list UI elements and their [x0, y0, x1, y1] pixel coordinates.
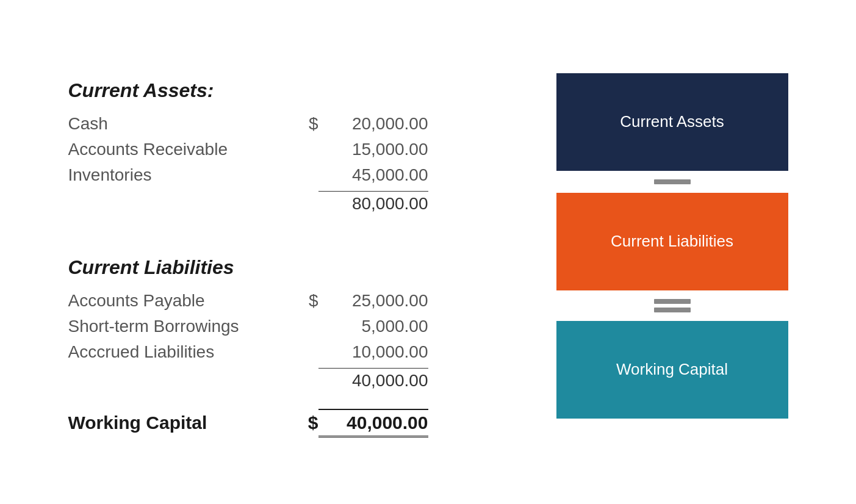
- inventories-value: 45,000.00: [318, 165, 428, 185]
- current-liabilities-card: Current Liabilities: [556, 193, 788, 290]
- working-capital-value: 40,000.00: [318, 409, 428, 437]
- short-term-borrowings-label: Short-term Borrowings: [68, 317, 300, 336]
- current-liabilities-subtotal: 40,000.00: [318, 368, 428, 391]
- accounts-receivable-value: 15,000.00: [318, 140, 428, 159]
- working-capital-card-label: Working Capital: [616, 360, 728, 379]
- current-assets-subtotal-row: 80,000.00: [68, 191, 508, 214]
- cash-row: Cash $ 20,000.00: [68, 114, 508, 134]
- current-liabilities-subtotal-row: 40,000.00: [68, 368, 508, 391]
- accounts-payable-label: Accounts Payable: [68, 291, 300, 311]
- cash-value: 20,000.00: [318, 114, 428, 134]
- section-gap-1: [68, 232, 508, 256]
- equals-bar-top: [654, 299, 691, 304]
- working-capital-row: Working Capital $ 40,000.00: [68, 409, 508, 437]
- cash-dollar: $: [300, 114, 318, 134]
- working-capital-card: Working Capital: [556, 321, 788, 419]
- accrued-liabilities-label: Acccrued Liabilities: [68, 342, 300, 362]
- working-capital-dollar: $: [300, 412, 318, 433]
- inventories-row: Inventories 45,000.00: [68, 165, 508, 185]
- accounts-payable-value: 25,000.00: [318, 291, 428, 311]
- accrued-liabilities-value: 10,000.00: [318, 342, 428, 362]
- short-term-borrowings-value: 5,000.00: [318, 317, 428, 336]
- right-panel: Current Assets Current Liabilities Worki…: [556, 67, 788, 419]
- accounts-receivable-row: Accounts Receivable 15,000.00: [68, 140, 508, 159]
- equals-symbol: [654, 290, 691, 321]
- minus-symbol: [654, 171, 691, 193]
- current-assets-header: Current Assets:: [68, 79, 508, 102]
- working-capital-label: Working Capital: [68, 412, 300, 433]
- equals-bar-bottom: [654, 308, 691, 312]
- current-assets-card-label: Current Assets: [620, 112, 724, 131]
- current-liabilities-header: Current Liabilities: [68, 256, 508, 279]
- current-assets-subtotal: 80,000.00: [318, 191, 428, 214]
- short-term-borrowings-row: Short-term Borrowings 5,000.00: [68, 317, 508, 336]
- inventories-label: Inventories: [68, 165, 300, 185]
- minus-bar: [654, 179, 691, 184]
- cash-label: Cash: [68, 114, 300, 134]
- accrued-liabilities-row: Acccrued Liabilities 10,000.00: [68, 342, 508, 362]
- accounts-receivable-label: Accounts Receivable: [68, 140, 300, 159]
- ap-dollar: $: [300, 291, 318, 311]
- accounts-payable-row: Accounts Payable $ 25,000.00: [68, 291, 508, 311]
- current-assets-card: Current Assets: [556, 73, 788, 171]
- main-container: Current Assets: Cash $ 20,000.00 Account…: [32, 43, 825, 462]
- current-liabilities-card-label: Current Liabilities: [611, 232, 733, 251]
- left-panel: Current Assets: Cash $ 20,000.00 Account…: [68, 67, 508, 437]
